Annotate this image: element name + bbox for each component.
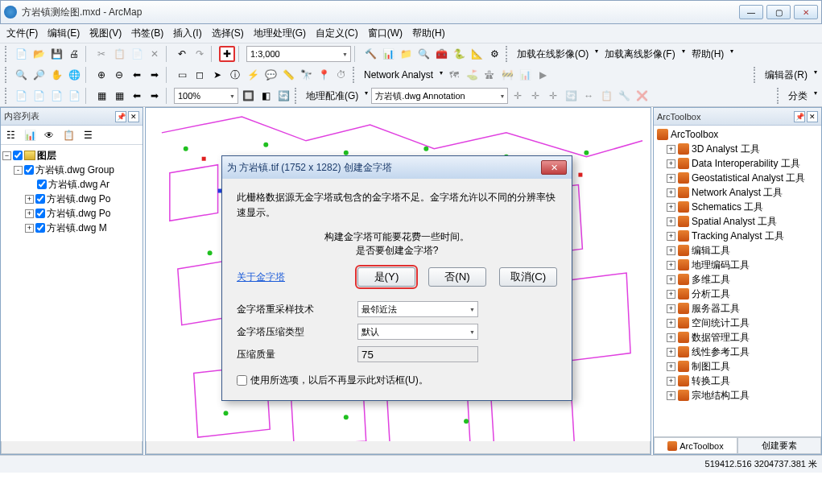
about-pyramids-link[interactable]: 关于金字塔: [237, 271, 285, 284]
georef-icon-6[interactable]: 📋: [598, 88, 614, 104]
expander-icon[interactable]: +: [25, 224, 34, 233]
classify-menu[interactable]: 分类: [785, 89, 819, 103]
arctoolbox-root[interactable]: ArcToolbox: [655, 127, 820, 142]
expander-icon[interactable]: +: [667, 333, 675, 342]
search-icon[interactable]: 🔍: [415, 46, 432, 62]
toc-view3-icon[interactable]: 👁: [41, 127, 57, 143]
layout-icon-9[interactable]: 🔲: [240, 88, 256, 104]
toolbox-item[interactable]: +Network Analyst 工具: [655, 185, 820, 200]
save-icon[interactable]: 💾: [48, 46, 64, 62]
expander-icon[interactable]: −: [2, 151, 11, 160]
expander-icon[interactable]: +: [667, 290, 675, 299]
na-icon-4[interactable]: 🚧: [499, 67, 515, 83]
menu-insert[interactable]: 插入(I): [173, 27, 201, 40]
fixed-zoomin-icon[interactable]: ⊕: [93, 67, 109, 83]
menu-edit[interactable]: 编辑(E): [48, 27, 80, 40]
expander-icon[interactable]: +: [667, 348, 675, 357]
close-button[interactable]: ✕: [794, 5, 818, 19]
add-data-icon[interactable]: ✚: [219, 46, 235, 62]
layout-icon-3[interactable]: 📄: [48, 88, 64, 104]
expander-icon[interactable]: +: [667, 203, 675, 212]
layout-icon-7[interactable]: ⬅: [129, 88, 145, 104]
expander-icon[interactable]: +: [667, 174, 675, 183]
menu-window[interactable]: 窗口(W): [368, 27, 403, 40]
layout-icon-1[interactable]: 📄: [13, 88, 29, 104]
toc-layer-row[interactable]: +方岩镇.dwg Po: [2, 206, 141, 221]
prev-extent-icon[interactable]: ⬅: [129, 67, 145, 83]
arctoolbox-pin-icon[interactable]: 📌: [794, 111, 805, 122]
layer-checkbox[interactable]: [35, 194, 45, 204]
redo-icon[interactable]: ↷: [192, 46, 208, 62]
layout-icon-11[interactable]: 🔄: [275, 88, 291, 104]
na-icon-6[interactable]: ▶: [535, 67, 551, 83]
expander-icon[interactable]: +: [667, 217, 675, 226]
grip[interactable]: [506, 46, 510, 62]
find-icon[interactable]: 🔭: [298, 67, 314, 83]
print-icon[interactable]: 🖨: [66, 46, 82, 62]
expander-icon[interactable]: +: [667, 261, 675, 270]
expander-icon[interactable]: +: [667, 159, 675, 168]
layout-icon-6[interactable]: ▦: [111, 88, 127, 104]
toc-view2-icon[interactable]: 📊: [22, 127, 38, 143]
clear-select-icon[interactable]: ◻: [192, 67, 208, 83]
toolbox-icon[interactable]: 🧰: [433, 46, 449, 62]
georef-icon-1[interactable]: ✛: [510, 88, 526, 104]
expander-icon[interactable]: +: [667, 145, 675, 154]
toolbox-item[interactable]: +制图工具: [655, 359, 820, 374]
editor-menu[interactable]: 编辑器(R): [762, 68, 819, 82]
cancel-button[interactable]: 取消(C): [499, 267, 557, 287]
toolbox-item[interactable]: +编辑工具: [655, 243, 820, 258]
grip[interactable]: [777, 88, 782, 104]
grip[interactable]: [353, 67, 357, 83]
toolbox-item[interactable]: +3D Analyst 工具: [655, 142, 820, 156]
expander-icon[interactable]: +: [667, 377, 675, 386]
html-popup-icon[interactable]: 💬: [262, 67, 279, 83]
toc-close-icon[interactable]: ✕: [128, 111, 139, 122]
georef-icon-5[interactable]: ↔: [580, 88, 597, 104]
expander-icon[interactable]: -: [14, 166, 23, 175]
hyperlink-icon[interactable]: ⚡: [245, 67, 261, 83]
na-icon-1[interactable]: 🗺: [446, 67, 462, 83]
toc-layer-row[interactable]: 方岩镇.dwg Ar: [2, 177, 141, 192]
expander-icon[interactable]: +: [667, 319, 675, 328]
arctoolbox-close-icon[interactable]: ✕: [807, 111, 818, 122]
menu-view[interactable]: 视图(V): [89, 27, 122, 40]
menu-file[interactable]: 文件(F): [6, 27, 38, 40]
toc-root[interactable]: − 图层: [2, 148, 141, 163]
na-icon-3[interactable]: 🛣: [481, 67, 498, 83]
georef-icon-4[interactable]: 🔄: [563, 88, 579, 104]
toc-layer-row[interactable]: +方岩镇.dwg Po: [2, 192, 141, 206]
findxy-icon[interactable]: 📍: [316, 67, 332, 83]
delete-icon[interactable]: ✕: [147, 46, 163, 62]
expander-icon[interactable]: +: [667, 275, 675, 284]
toolbox-item[interactable]: +转换工具: [655, 374, 820, 388]
expander-icon[interactable]: +: [667, 391, 675, 400]
georef-icon-8[interactable]: ❌: [634, 88, 650, 104]
zoomout-icon[interactable]: 🔎: [31, 67, 47, 83]
georef-icon-3[interactable]: ✛: [545, 88, 561, 104]
fixed-zoomout-icon[interactable]: ⊖: [111, 67, 127, 83]
toc-scrollbar[interactable]: [1, 441, 143, 454]
no-button[interactable]: 否(N): [428, 267, 486, 287]
offline-imagery-menu[interactable]: 加载离线影像(F): [601, 48, 686, 61]
expander-icon[interactable]: +: [667, 232, 675, 241]
network-analyst-menu[interactable]: Network Analyst: [361, 69, 444, 81]
toolbox-item[interactable]: +多维工具: [655, 272, 820, 287]
toc-view1-icon[interactable]: ☷: [2, 127, 19, 143]
remember-checkbox[interactable]: [237, 375, 247, 386]
toolbox-item[interactable]: +Schematics 工具: [655, 200, 820, 214]
maximize-button[interactable]: ▢: [766, 5, 791, 19]
tab-arctoolbox[interactable]: ArcToolbox: [654, 437, 737, 454]
next-extent-icon[interactable]: ➡: [147, 67, 163, 83]
layout-icon-5[interactable]: ▦: [93, 88, 109, 104]
expander-icon[interactable]: +: [25, 195, 34, 204]
menu-geoprocessing[interactable]: 地理处理(G): [254, 27, 306, 40]
expander-icon[interactable]: +: [25, 209, 34, 218]
select-icon[interactable]: ▭: [174, 67, 190, 83]
menu-customize[interactable]: 自定义(C): [316, 27, 358, 40]
expander-icon[interactable]: +: [667, 304, 675, 313]
addin-icon[interactable]: ⚙: [486, 46, 502, 62]
toc-pin-icon[interactable]: 📌: [115, 111, 126, 122]
compress-combo[interactable]: 默认: [357, 324, 478, 340]
toolbox-item[interactable]: +分析工具: [655, 287, 820, 301]
